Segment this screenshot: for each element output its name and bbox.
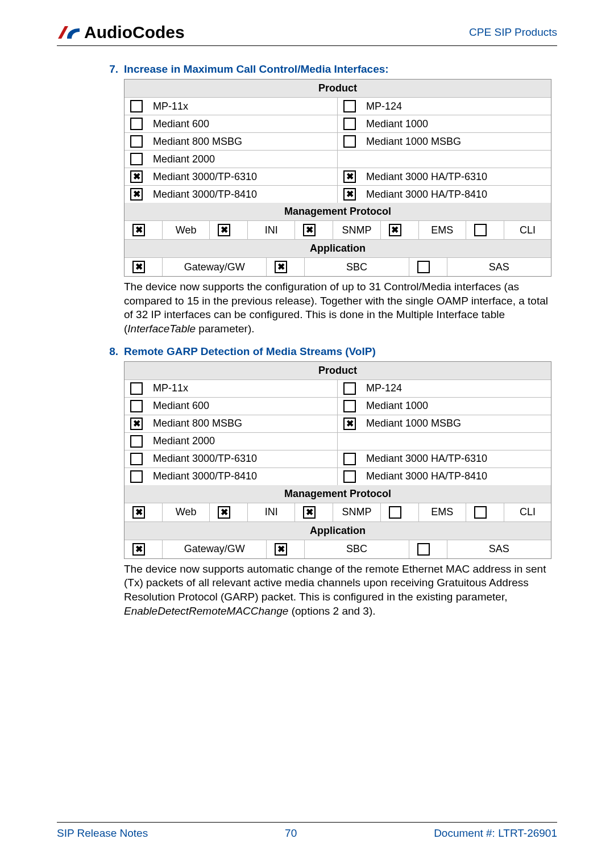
product-cell: MP-124 (338, 380, 551, 397)
product-cell: Mediant 3000/TP-6310 (125, 450, 338, 468)
header-product-line: CPE SIP Products (469, 26, 557, 39)
product-row: MP-11xMP-124 (125, 98, 551, 115)
product-row: MP-11xMP-124 (125, 380, 551, 398)
checkbox-icon (343, 382, 356, 395)
product-label: MP-124 (366, 382, 402, 394)
product-cell-empty (338, 433, 551, 450)
checkbox-icon (343, 118, 356, 130)
checkbox-icon: ✖ (130, 188, 143, 201)
mgmt-label: EMS (419, 503, 466, 521)
product-row: Mediant 600Mediant 1000 (125, 398, 551, 415)
product-cell: Mediant 600 (125, 115, 338, 132)
checkbox-icon: ✖ (218, 506, 230, 519)
product-cell: Mediant 800 MSBG (125, 133, 338, 150)
checkbox-icon (130, 470, 143, 483)
checkbox-icon: ✖ (303, 224, 316, 236)
app-label: Gateway/GW (163, 258, 267, 276)
product-row: Mediant 2000 (125, 151, 551, 168)
product-label: Mediant 3000/TP-8410 (153, 189, 257, 201)
checkbox-icon (343, 453, 356, 465)
footer-doc-id: Document #: LTRT-26901 (434, 827, 557, 840)
mgmt-checkbox (381, 503, 419, 521)
app-label: SAS (447, 540, 551, 558)
checkbox-icon (417, 261, 430, 273)
section-8-description: The device now supports automatic change… (124, 562, 551, 619)
app-checkbox: ✖ (267, 540, 305, 558)
mgmt-checkbox: ✖ (381, 221, 419, 239)
product-cell: Mediant 1000 (338, 115, 551, 132)
checkbox-icon: ✖ (130, 418, 143, 430)
page-footer: SIP Release Notes 70 Document #: LTRT-26… (57, 822, 557, 840)
checkbox-icon: ✖ (343, 188, 356, 201)
product-cell: ✖Mediant 3000 HA/TP-8410 (338, 186, 551, 203)
product-label: Mediant 1000 (366, 400, 428, 412)
product-row: Mediant 800 MSBGMediant 1000 MSBG (125, 133, 551, 151)
product-label: Mediant 3000/TP-6310 (153, 171, 257, 183)
product-cell: Mediant 3000/TP-8410 (125, 468, 338, 485)
product-label: MP-11x (153, 101, 188, 112)
checkbox-icon: ✖ (275, 543, 287, 556)
checkbox-icon: ✖ (389, 224, 401, 236)
checkbox-icon: ✖ (303, 506, 316, 519)
app-checkbox: ✖ (125, 540, 163, 558)
checkbox-icon (343, 470, 356, 483)
product-header: Product (125, 362, 551, 380)
product-label: Mediant 2000 (153, 435, 215, 447)
checkbox-icon: ✖ (132, 543, 145, 556)
product-cell: MP-11x (125, 380, 338, 397)
application-header: Application (125, 240, 551, 258)
section-7-description: The device now supports the configuratio… (124, 280, 551, 336)
mgmt-checkbox: ✖ (295, 221, 333, 239)
app-checkbox: ✖ (125, 258, 163, 276)
management-protocol-header: Management Protocol (125, 203, 551, 221)
product-cell: Mediant 2000 (125, 151, 338, 168)
mgmt-label: SNMP (333, 503, 380, 521)
section-title: Increase in Maximum Call Control/Media I… (124, 63, 389, 76)
checkbox-icon: ✖ (132, 261, 145, 273)
product-cell: ✖Mediant 3000/TP-8410 (125, 186, 338, 203)
app-checkbox: ✖ (267, 258, 305, 276)
product-label: Mediant 600 (153, 118, 209, 130)
product-cell: Mediant 1000 (338, 398, 551, 415)
checkbox-icon: ✖ (275, 261, 287, 273)
product-label: Mediant 800 MSBG (153, 136, 242, 148)
checkbox-icon (130, 400, 143, 412)
footer-left: SIP Release Notes (57, 827, 148, 840)
logo: AudioCodes (57, 23, 185, 42)
product-label: MP-124 (366, 101, 402, 112)
product-row: ✖Mediant 800 MSBG✖Mediant 1000 MSBG (125, 415, 551, 433)
product-cell: ✖Mediant 1000 MSBG (338, 415, 551, 432)
product-row: ✖Mediant 3000/TP-6310✖Mediant 3000 HA/TP… (125, 168, 551, 186)
product-label: Mediant 600 (153, 400, 209, 412)
product-label: Mediant 1000 MSBG (366, 418, 461, 429)
product-label: MP-11x (153, 382, 188, 394)
section-number: 8. (96, 345, 124, 358)
checkbox-icon: ✖ (343, 418, 356, 430)
product-label: Mediant 3000/TP-6310 (153, 453, 257, 465)
management-protocol-header: Management Protocol (125, 485, 551, 503)
checkbox-icon (130, 135, 143, 148)
checkbox-icon (130, 153, 143, 165)
mgmt-checkbox: ✖ (210, 221, 248, 239)
section-8-heading: 8. Remote GARP Detection of Media Stream… (57, 345, 557, 358)
checkbox-icon: ✖ (130, 170, 143, 183)
page-header: AudioCodes CPE SIP Products (57, 23, 557, 46)
product-cell: Mediant 1000 MSBG (338, 133, 551, 150)
application-header: Application (125, 522, 551, 540)
mgmt-checkbox: ✖ (125, 221, 163, 239)
product-header: Product (125, 80, 551, 98)
section-8-table: Product MP-11xMP-124Mediant 600Mediant 1… (124, 361, 551, 559)
checkbox-icon (130, 435, 143, 448)
mgmt-checkbox (466, 503, 504, 521)
product-row: Mediant 600Mediant 1000 (125, 115, 551, 133)
product-label: Mediant 3000 HA/TP-8410 (366, 189, 487, 201)
section-title: Remote GARP Detection of Media Streams (… (124, 345, 376, 358)
product-label: Mediant 3000 HA/TP-6310 (366, 453, 487, 465)
checkbox-icon: ✖ (132, 506, 145, 519)
product-label: Mediant 2000 (153, 153, 215, 165)
mgmt-label: Web (163, 503, 210, 521)
app-label: SBC (305, 540, 409, 558)
checkbox-icon (417, 543, 430, 556)
section-7-table: Product MP-11xMP-124Mediant 600Mediant 1… (124, 79, 551, 277)
footer-page-number: 70 (285, 827, 297, 840)
